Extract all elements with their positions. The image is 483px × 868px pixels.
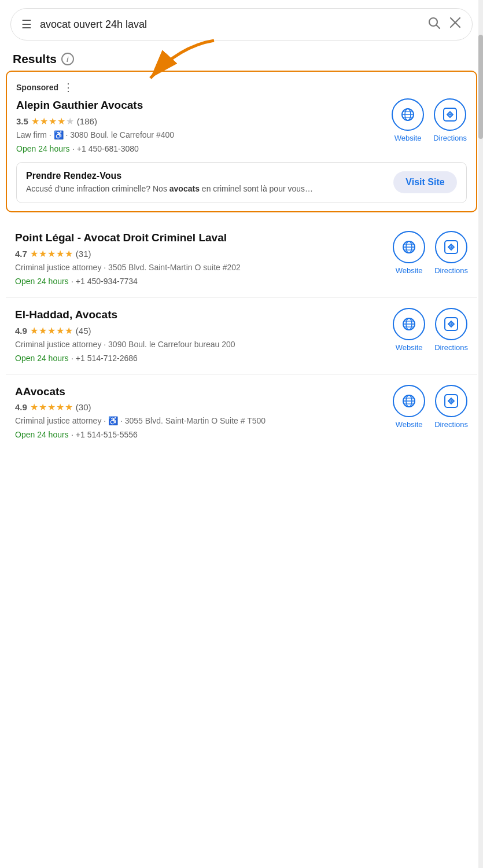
nav-icon-1 [443,316,459,332]
listings-container: Point Légal - Avocat Droit Criminel Lava… [0,220,483,450]
listing-stars-2: ★ ★ ★ ★ ★ [30,402,73,413]
globe-icon-0 [401,239,417,255]
listing-review-count-1: (45) [76,326,91,336]
listing-meta-1: Criminal justice attorney · 3090 Boul. l… [15,339,387,351]
listing-stars-0: ★ ★ ★ ★ ★ [30,248,73,259]
star-3: ★ [49,116,57,127]
sponsored-name: Alepin Gauthier Avocats [16,98,386,113]
search-bar-container: ☰ avocat ouvert 24h laval [0,0,483,46]
ad-desc: Accusé d'une infraction criminelle? Nos … [26,183,313,195]
sponsored-rating-row: 3.5 ★ ★ ★ ★ ★ (186) [16,116,386,127]
sponsored-hours-phone: Open 24 hours · +1 450-681-3080 [16,144,386,154]
listing-rating-num-2: 4.9 [15,402,27,412]
listing-website-button-1[interactable]: Website [393,308,425,352]
more-options-icon[interactable]: ⋮ [63,81,74,94]
listing-name-0: Point Légal - Avocat Droit Criminel Lava… [15,231,387,245]
listing-hours-2: Open 24 hours · +1 514-515-5556 [15,429,387,440]
listing-info-1: El-Haddad, Avocats 4.9 ★ ★ ★ ★ ★ (45) [15,308,393,363]
star-4: ★ [57,116,65,127]
sponsored-stars: ★ ★ ★ ★ ★ [31,116,74,127]
nav-icon-2 [443,393,459,409]
listing-name-1: El-Haddad, Avocats [15,308,387,322]
listing-hours-1: Open 24 hours · +1 514-712-2686 [15,353,387,363]
listing-directions-button-2[interactable]: Directions [434,385,468,429]
sponsored-listing-row: Alepin Gauthier Avocats 3.5 ★ ★ ★ ★ ★ (1… [16,98,467,154]
listing-review-count-0: (31) [76,249,91,259]
sponsored-directions-button[interactable]: Directions [433,98,467,142]
listing-row-0: Point Légal - Avocat Droit Criminel Lava… [15,231,468,286]
sponsored-label: Sponsored [16,83,58,92]
ad-subcard-text: Prendre Rendez-Vous Accusé d'une infract… [26,171,313,195]
sponsored-meta: Law firm · ♿ · 3080 Boul. le Carrefour #… [16,129,386,141]
sponsored-info: Alepin Gauthier Avocats 3.5 ★ ★ ★ ★ ★ (1… [16,98,392,154]
listing-row-2: AAvocats 4.9 ★ ★ ★ ★ ★ (30) Crimina [15,385,468,440]
listing-actions-0: Website Directions [393,231,468,275]
listing-rating-num-1: 4.9 [15,326,27,336]
star-5: ★ [66,116,74,127]
directions-circle [434,98,466,131]
listing-directions-button-0[interactable]: Directions [434,231,468,275]
nav-icon-0 [443,239,459,255]
sponsored-open-status: Open 24 hours [16,144,70,153]
listing-directions-button-1[interactable]: Directions [434,308,468,352]
wheelchair-icon: ♿ [54,129,64,141]
search-input[interactable]: avocat ouvert 24h laval [40,19,419,31]
website-circle [392,98,424,131]
listing-stars-1: ★ ★ ★ ★ ★ [30,325,73,336]
results-header: Results i [0,46,483,71]
menu-icon[interactable]: ☰ [21,17,32,31]
listing-item-1: El-Haddad, Avocats 4.9 ★ ★ ★ ★ ★ (45) [6,297,477,374]
listing-actions-1: Website Directions [393,308,468,352]
listing-item-0: Point Légal - Avocat Droit Criminel Lava… [6,220,477,297]
sponsored-card: Sponsored ⋮ Alepin Gauthier Avocats 3.5 … [6,71,477,212]
orange-arrow-svg [133,35,226,93]
search-bar: ☰ avocat ouvert 24h laval [10,8,473,41]
sponsored-action-buttons: Website Directions [392,98,467,142]
sponsored-phone: · +1 450-681-3080 [72,144,139,153]
info-icon[interactable]: i [61,53,74,65]
svg-line-1 [437,25,440,29]
dot-separator: · [49,130,54,139]
scrollbar[interactable] [478,0,483,868]
globe-icon-2 [401,393,417,409]
listing-rating-row-0: 4.7 ★ ★ ★ ★ ★ (31) [15,248,387,259]
listing-info-0: Point Légal - Avocat Droit Criminel Lava… [15,231,393,286]
sponsored-rating-num: 3.5 [16,116,28,126]
ad-title: Prendre Rendez-Vous [26,171,313,181]
listing-rating-row-1: 4.9 ★ ★ ★ ★ ★ (45) [15,325,387,336]
star-2: ★ [40,116,48,127]
sponsored-website-button[interactable]: Website [392,98,424,142]
website-label: Website [394,134,422,142]
listing-meta-0: Criminal justice attorney · 3505 Blvd. S… [15,262,387,274]
listing-rating-num-0: 4.7 [15,249,27,259]
listing-review-count-2: (30) [76,402,91,412]
listing-meta-2: Criminal justice attorney · ♿ · 3055 Blv… [15,415,387,427]
sponsored-review-count: (186) [77,116,97,126]
listing-name-2: AAvocats [15,385,387,399]
wheelchair-icon-2: ♿ [108,415,118,427]
listing-info-2: AAvocats 4.9 ★ ★ ★ ★ ★ (30) Crimina [15,385,393,440]
sponsored-label-row: Sponsored ⋮ [16,81,467,94]
listing-item-2: AAvocats 4.9 ★ ★ ★ ★ ★ (30) Crimina [6,374,477,451]
listing-website-button-0[interactable]: Website [393,231,425,275]
globe-icon-1 [401,316,417,332]
visit-site-button[interactable]: Visit Site [393,171,457,193]
results-title: Results [13,52,57,66]
globe-svg [400,106,416,123]
listing-hours-0: Open 24 hours · +1 450-934-7734 [15,276,387,286]
listing-rating-row-2: 4.9 ★ ★ ★ ★ ★ (30) [15,402,387,413]
close-icon[interactable] [449,16,462,32]
listing-actions-2: Website Directions [393,385,468,429]
listing-website-button-2[interactable]: Website [393,385,425,429]
scrollbar-thumb[interactable] [478,35,483,139]
star-1: ★ [31,116,39,127]
listing-row-1: El-Haddad, Avocats 4.9 ★ ★ ★ ★ ★ (45) [15,308,468,363]
nav-svg [442,106,458,123]
directions-label: Directions [433,134,467,142]
sponsored-address: 3080 Boul. le Carrefour #400 [70,130,174,139]
sponsored-category: Law firm [16,130,47,139]
search-icon[interactable] [427,16,441,33]
ad-subcard: Prendre Rendez-Vous Accusé d'une infract… [16,162,467,204]
